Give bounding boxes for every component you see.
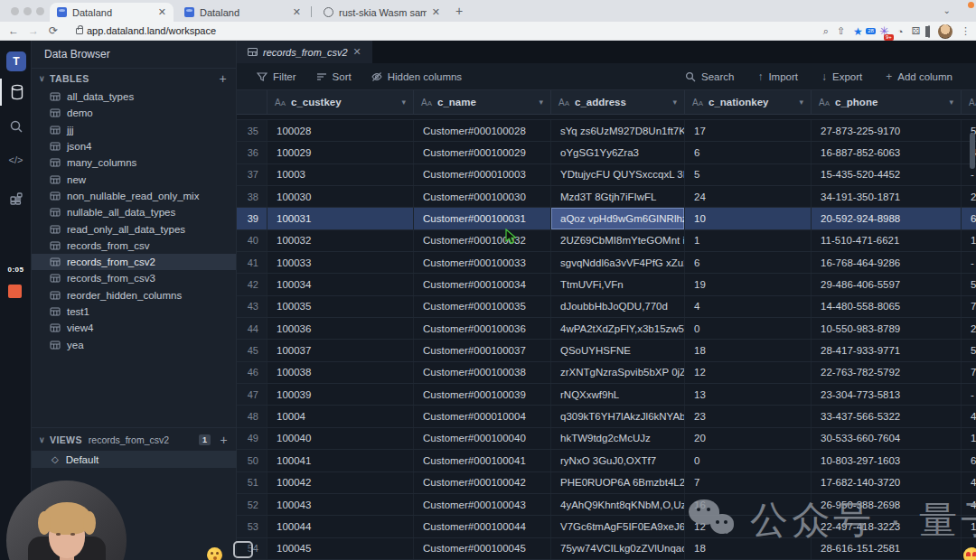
vertical-scrollbar-thumb[interactable] — [970, 133, 975, 169]
add-table-button[interactable]: + — [219, 71, 227, 86]
add-column-button[interactable]: + Add column — [886, 70, 953, 83]
column-header-c_address[interactable]: AAc_address▾ — [551, 90, 685, 114]
cell-custkey[interactable]: 100029 — [267, 142, 414, 163]
row-number[interactable]: 38 — [237, 186, 267, 207]
row-number[interactable]: 43 — [237, 296, 267, 317]
column-menu-caret-icon[interactable]: ▾ — [401, 98, 406, 107]
cell-phone[interactable]: 34-191-350-1871 — [812, 186, 962, 207]
cell-clipped[interactable]: 6 — [962, 450, 976, 471]
cell-custkey[interactable]: 10004 — [267, 406, 414, 426]
cell-custkey[interactable]: 100042 — [267, 472, 414, 493]
row-number[interactable]: 40 — [237, 230, 267, 251]
cell-nationkey[interactable]: 18 — [685, 340, 812, 360]
cell-clipped[interactable]: 7 — [962, 362, 976, 383]
tab-close-icon[interactable]: ✕ — [432, 6, 440, 18]
cell-name[interactable]: Customer#000100034 — [414, 274, 551, 294]
cell-name[interactable]: Customer#000100045 — [414, 538, 551, 559]
window-close-button[interactable] — [11, 7, 19, 15]
cell-nationkey[interactable]: 17 — [685, 120, 812, 141]
column-menu-caret-icon[interactable]: ▾ — [672, 98, 677, 107]
cell-nationkey[interactable]: 12 — [685, 362, 812, 383]
sidebar-view-item[interactable]: ◇Default — [32, 451, 237, 468]
cell-address[interactable]: PHE0RUOP6A 6Bmzbt4L23R... — [551, 472, 685, 493]
table-row[interactable]: 41100033Customer#000100033sgvqNddl6a3vVF… — [237, 252, 976, 274]
profile-avatar[interactable] — [938, 24, 953, 39]
cell-name[interactable]: Customer#000010004 — [414, 406, 551, 426]
browser-tab-rust-skia[interactable]: rust-skia Wasm sample ✕ — [316, 3, 447, 22]
cell-phone[interactable]: 20-592-924-8988 — [812, 208, 962, 229]
cell-address[interactable]: dJoubbHbJoQDU,770d — [551, 296, 685, 317]
column-header-clipped[interactable]: AA — [962, 90, 976, 114]
row-number[interactable]: 53 — [237, 516, 267, 537]
cell-address[interactable]: QSoUYHSFNE — [551, 340, 685, 360]
sidebar-table-item[interactable]: jjj — [32, 122, 236, 138]
sidebar-table-item[interactable]: new — [32, 171, 236, 187]
cell-nationkey[interactable]: 20 — [685, 428, 812, 449]
cell-name[interactable]: Customer#000100035 — [414, 296, 551, 317]
cell-nationkey[interactable]: 7 — [685, 472, 812, 493]
row-number[interactable]: 51 — [237, 472, 267, 493]
cell-phone[interactable]: 23-304-773-5813 — [812, 384, 962, 405]
cell-name[interactable]: Customer#000100039 — [414, 384, 551, 405]
row-number[interactable]: 37 — [237, 164, 267, 185]
cell-custkey[interactable]: 100034 — [267, 274, 414, 294]
tab-search-chevron-icon[interactable]: ⌄ — [943, 5, 951, 15]
row-number[interactable]: 50 — [237, 450, 267, 471]
column-menu-caret-icon[interactable]: ▾ — [539, 98, 543, 107]
cell-clipped[interactable]: 2 — [962, 318, 976, 339]
cell-custkey[interactable]: 100041 — [267, 450, 414, 471]
cell-nationkey[interactable]: 6 — [685, 252, 812, 273]
extension-2-icon[interactable]: ✳9+ — [879, 24, 889, 38]
back-icon[interactable]: ← — [4, 24, 23, 37]
table-row[interactable]: 45100037Customer#000100037QSoUYHSFNE1828… — [237, 340, 976, 361]
sidebar-table-item[interactable]: reorder_hidden_columns — [32, 287, 236, 303]
refresh-icon[interactable]: ⟳ — [43, 24, 63, 37]
browser-tab-dataland-1[interactable]: Dataland ✕ — [50, 3, 174, 22]
sort-button[interactable]: Sort — [316, 71, 352, 82]
url-text[interactable]: app.dataland.land/workspace — [87, 25, 216, 36]
table-row[interactable]: 44100036Customer#0001000364wPA2tXdZpFlY,… — [237, 318, 976, 340]
cell-address[interactable]: zrXNTgNzraSpvib5bXP 0jZAa... — [551, 362, 685, 383]
cell-phone[interactable]: 16-768-464-9286 — [812, 252, 962, 273]
cell-phone[interactable]: 16-887-852-6063 — [812, 142, 962, 163]
cell-name[interactable]: Customer#000100043 — [414, 494, 551, 515]
table-row[interactable]: 46100038Customer#000100038zrXNTgNzraSpvi… — [237, 362, 976, 384]
row-number[interactable]: 48 — [237, 406, 267, 426]
cell-nationkey[interactable]: 4 — [685, 296, 812, 317]
recording-stop-button[interactable] — [8, 285, 22, 298]
column-header-c_custkey[interactable]: AAc_custkey▾ — [267, 90, 414, 114]
add-view-button[interactable]: + — [220, 433, 228, 447]
cell-custkey[interactable]: 100028 — [267, 120, 414, 141]
cell-phone[interactable]: 28-417-933-9771 — [812, 340, 962, 360]
cell-clipped[interactable]: 5 — [962, 274, 976, 294]
cell-address[interactable]: q309kT6YH7lAkzJl6kNYAbF... — [551, 406, 685, 426]
cell-clipped[interactable]: 4 — [962, 472, 976, 493]
cell-clipped[interactable]: - — [962, 252, 976, 273]
cell-custkey[interactable]: 100045 — [267, 538, 414, 559]
cell-address[interactable]: TtmUVFi,VFn — [551, 274, 685, 294]
window-maximize-button[interactable] — [36, 7, 44, 15]
cell-custkey[interactable]: 10003 — [267, 164, 414, 185]
cell-custkey[interactable]: 100039 — [267, 384, 414, 405]
cell-phone[interactable]: 22-763-782-5792 — [812, 362, 962, 383]
cell-phone[interactable]: 33-437-566-5322 — [812, 406, 962, 426]
import-button[interactable]: ↑ Import — [757, 70, 798, 83]
extensions-puzzle-icon[interactable]: ⚄ — [911, 25, 920, 37]
column-menu-caret-icon[interactable]: ▾ — [799, 98, 803, 107]
cell-custkey[interactable]: 100036 — [267, 318, 414, 339]
side-panel-icon[interactable] — [928, 26, 930, 37]
cell-address[interactable]: 75yw74VCILkg0zZVlUnqad — [551, 538, 685, 559]
cell-nationkey[interactable]: 19 — [685, 274, 812, 294]
filter-button[interactable]: Filter — [257, 71, 296, 82]
table-row[interactable]: 50100041Customer#000100041ryNxO 3GuJ0,OX… — [237, 450, 976, 471]
table-row[interactable]: 49100040Customer#000100040hkTW9tdg2cMcUJ… — [237, 428, 976, 450]
bookmark-star-icon[interactable]: ★ — [853, 25, 863, 38]
tab-close-icon[interactable]: ✕ — [158, 6, 166, 18]
data-browser-icon[interactable] — [0, 79, 32, 106]
forward-icon[interactable]: → — [23, 24, 43, 37]
row-number[interactable]: 44 — [237, 318, 267, 339]
browser-tab-dataland-2[interactable]: Dataland ✕ — [177, 3, 308, 22]
cell-nationkey[interactable]: 5 — [685, 164, 812, 185]
cell-nationkey[interactable]: 23 — [685, 406, 812, 426]
sidebar-table-item[interactable]: records_from_csv — [32, 238, 236, 254]
